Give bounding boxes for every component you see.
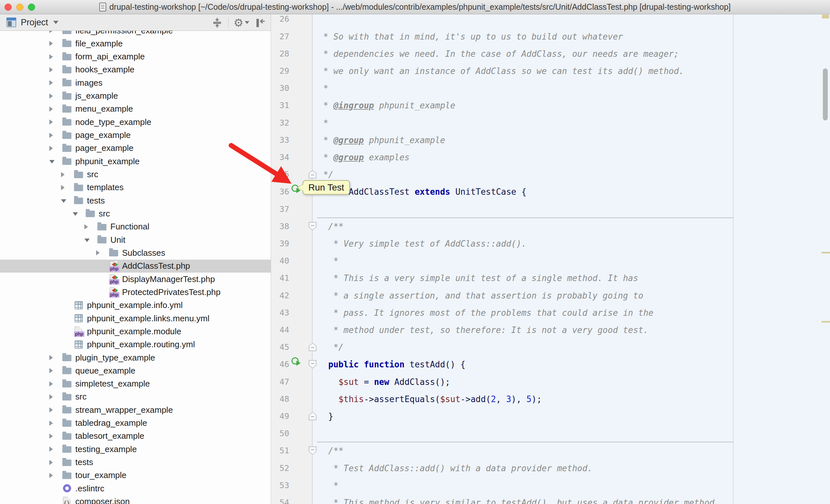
code-line-43[interactable]: * pass. It ignores most of the problems … <box>313 304 830 322</box>
code-line-44[interactable]: * method under test, so therefore: It is… <box>313 321 830 339</box>
chevron-collapsed-icon[interactable] <box>49 80 62 86</box>
code-line-32[interactable]: * <box>313 114 830 132</box>
code-line-31[interactable]: * @ingroup phpunit_example <box>313 97 830 114</box>
tree-file-DisplayManagerTest.php[interactable]: phpDisplayManagerTest.php <box>0 273 271 285</box>
tree-folder-stream_wrapper_example[interactable]: stream_wrapper_example <box>0 403 271 416</box>
tree-folder-src[interactable]: src <box>0 168 271 181</box>
tree-folder-page_example[interactable]: page_example <box>0 129 271 142</box>
tree-folder-node_type_example[interactable]: node_type_example <box>0 115 271 129</box>
close-window-button[interactable] <box>4 4 12 11</box>
fold-start-icon[interactable] <box>309 222 317 230</box>
editor-scrollbar[interactable] <box>823 68 828 121</box>
code-line-54[interactable]: * This method is very similar to testAdd… <box>313 494 830 504</box>
tree-folder-simpletest_example[interactable]: simpletest_example <box>0 377 271 391</box>
chevron-down-icon[interactable] <box>53 21 58 24</box>
tree-folder-Subclasses[interactable]: Subclasses <box>0 246 271 259</box>
error-stripe-warning-marker[interactable] <box>822 321 830 323</box>
code-line-41[interactable]: * This is a very simple unit test of a s… <box>313 269 830 287</box>
tree-folder-tests[interactable]: tests <box>0 194 271 207</box>
tree-folder-plugin_type_example[interactable]: plugin_type_example <box>0 351 271 364</box>
tree-folder-hooks_example[interactable]: hooks_example <box>0 63 271 76</box>
code-line-26[interactable] <box>313 14 830 28</box>
chevron-collapsed-icon[interactable] <box>49 381 62 387</box>
tree-file-phpunit_example.info.yml[interactable]: phpunit_example.info.yml <box>0 299 271 312</box>
tree-folder-form_api_example[interactable]: form_api_example <box>0 50 271 63</box>
tree-file-AddClassTest.php[interactable]: phpAddClassTest.php <box>0 260 271 273</box>
tree-file-phpunit_example.module[interactable]: phpphpunit_example.module <box>0 325 271 338</box>
chevron-collapsed-icon[interactable] <box>49 67 62 72</box>
tree-file-phpunit_example.routing.yml[interactable]: phpunit_example.routing.yml <box>0 338 271 351</box>
code-line-36[interactable]: class AddClassTest extends UnitTestCase … <box>313 183 830 201</box>
chevron-expanded-icon[interactable] <box>61 199 74 203</box>
error-stripe-warning-marker[interactable] <box>822 252 830 254</box>
tree-folder-tabledrag_example[interactable]: tabledrag_example <box>0 417 271 430</box>
code-line-46[interactable]: public function testAdd() { <box>313 356 830 373</box>
chevron-collapsed-icon[interactable] <box>49 31 62 33</box>
chevron-collapsed-icon[interactable] <box>61 185 74 190</box>
code-line-50[interactable] <box>313 425 830 442</box>
chevron-collapsed-icon[interactable] <box>49 460 62 465</box>
chevron-collapsed-icon[interactable] <box>85 224 97 230</box>
code-line-49[interactable]: } <box>313 408 830 425</box>
code-editor[interactable]: 2627282930313233343536373839404142434445… <box>271 14 830 504</box>
code-line-35[interactable]: */ <box>313 166 830 183</box>
code-line-37[interactable] <box>313 201 830 218</box>
code-area[interactable]: * So with that in mind, it's up to us to… <box>313 14 830 504</box>
chevron-collapsed-icon[interactable] <box>49 394 62 400</box>
tree-folder-src[interactable]: src <box>0 207 271 220</box>
tree-folder-tour_example[interactable]: tour_example <box>0 469 271 482</box>
code-line-45[interactable]: */ <box>313 338 830 356</box>
code-line-48[interactable]: $this->assertEquals($sut->add(2, 3), 5); <box>313 391 830 408</box>
chevron-collapsed-icon[interactable] <box>61 172 74 177</box>
tree-folder-field_permission_example[interactable]: field_permission_example <box>0 31 271 37</box>
tree-folder-pager_example[interactable]: pager_example <box>0 142 271 155</box>
tree-folder-tablesort_example[interactable]: tablesort_example <box>0 430 271 443</box>
tree-folder-tests[interactable]: tests <box>0 456 271 469</box>
fold-end-icon[interactable] <box>309 170 317 178</box>
chevron-collapsed-icon[interactable] <box>49 120 62 125</box>
tree-file-phpunit_example.links.menu.yml[interactable]: phpunit_example.links.menu.yml <box>0 312 271 325</box>
chevron-collapsed-icon[interactable] <box>49 446 62 452</box>
chevron-collapsed-icon[interactable] <box>49 41 62 46</box>
fold-end-icon[interactable] <box>309 343 317 351</box>
project-panel-title[interactable]: Project <box>21 18 48 28</box>
chevron-expanded-icon[interactable] <box>49 159 62 164</box>
zoom-window-button[interactable] <box>28 4 35 11</box>
chevron-collapsed-icon[interactable] <box>49 106 62 112</box>
chevron-collapsed-icon[interactable] <box>49 94 62 99</box>
code-line-51[interactable]: /** <box>313 442 830 460</box>
collapse-all-icon[interactable] <box>211 17 223 29</box>
code-line-27[interactable]: * So with that in mind, it's up to us to… <box>313 28 830 45</box>
code-line-53[interactable]: * <box>313 477 830 494</box>
fold-start-icon[interactable] <box>309 446 317 455</box>
chevron-collapsed-icon[interactable] <box>49 421 62 426</box>
run-test-tooltip[interactable]: Run Test <box>302 180 350 195</box>
tree-folder-file_example[interactable]: file_example <box>0 37 271 50</box>
tree-folder-templates[interactable]: templates <box>0 181 271 194</box>
tree-folder-phpunit_example[interactable]: phpunit_example <box>0 155 271 168</box>
code-line-29[interactable]: * we only want an instance of AddClass s… <box>313 62 830 80</box>
tree-folder-src[interactable]: src <box>0 391 271 403</box>
chevron-collapsed-icon[interactable] <box>49 355 62 360</box>
code-line-28[interactable]: * dependencies we need. In the case of A… <box>313 45 830 63</box>
tree-folder-Functional[interactable]: Functional <box>0 221 271 233</box>
tree-folder-menu_example[interactable]: menu_example <box>0 103 271 115</box>
code-line-30[interactable]: * <box>313 79 830 97</box>
code-line-38[interactable]: /** <box>313 218 830 235</box>
tree-folder-images[interactable]: images <box>0 76 271 89</box>
tree-folder-js_example[interactable]: js_example <box>0 90 271 103</box>
error-stripe-top-marker[interactable] <box>822 14 829 19</box>
minimize-window-button[interactable] <box>16 4 23 11</box>
tree-folder-testing_example[interactable]: testing_example <box>0 443 271 456</box>
fold-end-icon[interactable] <box>309 412 317 420</box>
chevron-collapsed-icon[interactable] <box>49 54 62 59</box>
code-line-42[interactable]: * a single assertion, and that assertion… <box>313 287 830 304</box>
code-line-47[interactable]: $sut = new AddClass(); <box>313 373 830 391</box>
chevron-collapsed-icon[interactable] <box>49 407 62 412</box>
chevron-expanded-icon[interactable] <box>73 211 86 216</box>
chevron-collapsed-icon[interactable] <box>49 146 62 151</box>
code-line-52[interactable]: * Test AddClass::add() with a data provi… <box>313 460 830 477</box>
code-line-39[interactable]: * Very simple test of AddClass::add(). <box>313 235 830 253</box>
tree-folder-Unit[interactable]: Unit <box>0 233 271 246</box>
tree-folder-queue_example[interactable]: queue_example <box>0 364 271 377</box>
